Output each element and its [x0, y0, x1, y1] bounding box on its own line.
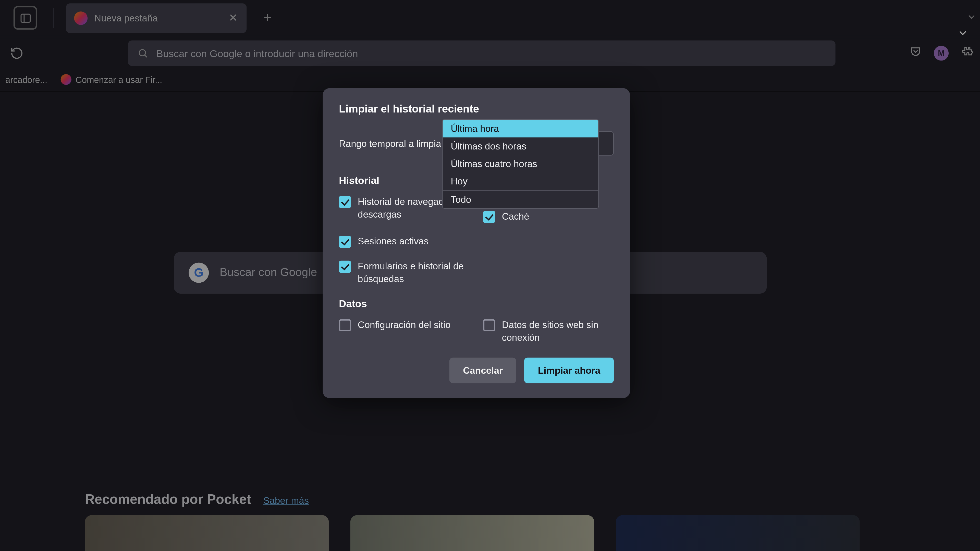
time-range-dropdown: Última hora Últimas dos horas Últimas cu… [442, 119, 599, 209]
dropdown-option-all[interactable]: Todo [442, 191, 598, 208]
dialog-title: Limpiar el historial reciente [339, 103, 614, 115]
check-forms[interactable]: Formularios e historial de búsquedas [339, 260, 469, 286]
checkbox-icon [339, 236, 351, 248]
dropdown-option-two-hours[interactable]: Últimas dos horas [442, 138, 598, 155]
check-site-config[interactable]: Configuración del sitio [339, 318, 469, 344]
check-offline-data[interactable]: Datos de sitios web sin conexión [483, 318, 614, 344]
check-label: Configuración del sitio [358, 318, 451, 331]
check-label: Caché [502, 210, 529, 223]
tabs-chevron-icon[interactable] [957, 27, 969, 42]
checkbox-icon [483, 319, 495, 331]
range-label: Rango temporal a limpiar [339, 138, 444, 149]
check-sessions[interactable]: Sesiones activas [339, 235, 469, 248]
dropdown-option-four-hours[interactable]: Últimas cuatro horas [442, 155, 598, 172]
checkbox-icon [339, 319, 351, 331]
check-label: Datos de sitios web sin conexión [502, 318, 614, 344]
check-cache[interactable]: Caché [483, 210, 614, 223]
checkbox-icon [339, 261, 351, 273]
clear-now-button[interactable]: Limpiar ahora [525, 357, 614, 383]
data-section-title: Datos [339, 297, 614, 309]
dropdown-option-today[interactable]: Hoy [442, 172, 598, 190]
cancel-button[interactable]: Cancelar [450, 357, 517, 383]
checkbox-icon [339, 196, 351, 208]
dropdown-option-last-hour[interactable]: Última hora [442, 120, 598, 138]
checkbox-icon [483, 211, 495, 223]
check-label: Formularios e historial de búsquedas [358, 260, 469, 286]
check-label: Sesiones activas [358, 235, 428, 248]
